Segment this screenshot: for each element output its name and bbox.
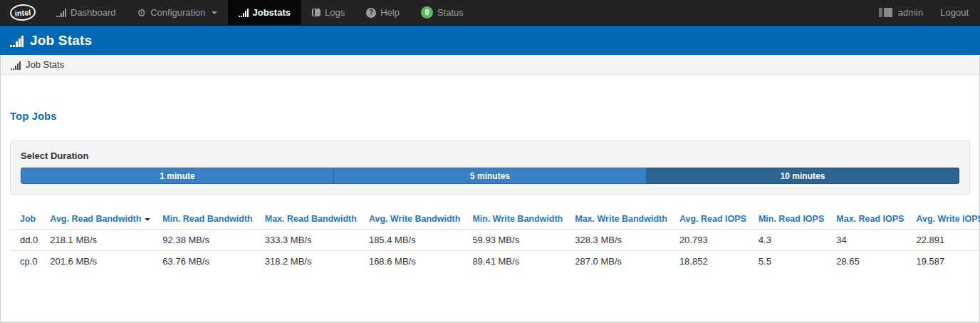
table-cell: 22.891 [916, 230, 980, 251]
user-icon [879, 8, 892, 17]
duration-button-10-minutes[interactable]: 10 minutes [647, 168, 959, 184]
column-header-avg-write-iops[interactable]: Avg. Write IOPS [916, 209, 980, 230]
top-jobs-table: JobAvg. Read BandwidthMin. Read Bandwidt… [10, 209, 980, 272]
table-head: JobAvg. Read BandwidthMin. Read Bandwidt… [10, 209, 980, 230]
table-cell: 318.2 MB/s [265, 251, 369, 272]
job-name-cell: dd.0 [10, 230, 50, 251]
table-row: cp.0201.6 MB/s63.76 MB/s318.2 MB/s168.6 … [10, 251, 980, 272]
duration-button-5-minutes[interactable]: 5 minutes [334, 168, 647, 184]
nav-item-label: Configuration [150, 7, 205, 18]
navbar-right: admin Logout [869, 0, 980, 25]
username: admin [898, 7, 923, 18]
bar-chart-icon [56, 9, 66, 17]
table-cell: 185.4 MB/s [369, 230, 472, 251]
page-title: Job Stats [30, 33, 92, 48]
section-title: Top Jobs [10, 110, 970, 122]
sort-desc-caret-icon [145, 218, 150, 221]
table-header-row: JobAvg. Read BandwidthMin. Read Bandwidt… [10, 209, 980, 230]
column-header-avg-read-iops[interactable]: Avg. Read IOPS [679, 209, 759, 230]
table-cell: 20.793 [679, 230, 759, 251]
table-cell: 5.5 [759, 251, 836, 272]
chevron-down-icon [212, 11, 217, 14]
top-navbar: intel Dashboard ⚙ Configuration Jobstats… [0, 0, 980, 26]
nav-item-label: Dashboard [71, 7, 116, 18]
table-cell: 92.38 MB/s [162, 230, 264, 251]
intel-logo-text: intel [9, 4, 36, 21]
navbar-left: intel Dashboard ⚙ Configuration Jobstats… [0, 0, 474, 25]
table-body: dd.0218.1 MB/s92.38 MB/s333.3 MB/s185.4 … [10, 230, 980, 272]
column-header-min-read-iops[interactable]: Min. Read IOPS [759, 209, 836, 230]
column-header-job[interactable]: Job [10, 209, 50, 230]
bar-chart-icon [10, 36, 24, 47]
nav-item-status[interactable]: 0 Status [410, 0, 474, 25]
column-header-min-read-bandwidth[interactable]: Min. Read Bandwidth [162, 209, 264, 230]
table-cell: 328.3 MB/s [575, 230, 679, 251]
table-cell: 18.852 [679, 251, 759, 272]
table-cell: 19.587 [916, 251, 980, 272]
main-content: Top Jobs Select Duration 1 minute 5 minu… [1, 110, 979, 272]
column-header-avg-write-bandwidth[interactable]: Avg. Write Bandwidth [369, 209, 472, 230]
duration-panel-label: Select Duration [21, 150, 959, 161]
bar-chart-icon [239, 9, 249, 17]
duration-panel: Select Duration 1 minute 5 minutes 10 mi… [10, 140, 970, 195]
column-header-max-write-bandwidth[interactable]: Max. Write Bandwidth [575, 209, 679, 230]
nav-item-label: Jobstats [253, 7, 291, 18]
nav-item-configuration[interactable]: ⚙ Configuration [127, 0, 228, 25]
gear-icon: ⚙ [137, 8, 147, 18]
table-row: dd.0218.1 MB/s92.38 MB/s333.3 MB/s185.4 … [10, 230, 980, 251]
nav-item-jobstats[interactable]: Jobstats [228, 0, 301, 25]
nav-item-label: Logs [325, 7, 345, 18]
breadcrumb: Job Stats [1, 55, 979, 75]
table-cell: 201.6 MB/s [50, 251, 162, 272]
table-cell: 28.65 [836, 251, 916, 272]
table-cell: 59.93 MB/s [472, 230, 575, 251]
duration-button-1-minute[interactable]: 1 minute [21, 168, 334, 184]
page-header: Job Stats [0, 26, 980, 55]
user-menu[interactable]: admin [869, 0, 933, 25]
table-cell: 4.3 [759, 230, 836, 251]
column-header-avg-read-bandwidth[interactable]: Avg. Read Bandwidth [50, 209, 162, 230]
table-cell: 333.3 MB/s [265, 230, 369, 251]
duration-button-group: 1 minute 5 minutes 10 minutes [21, 168, 959, 184]
nav-item-logs[interactable]: Logs [301, 0, 355, 25]
column-header-max-read-iops[interactable]: Max. Read IOPS [836, 209, 916, 230]
nav-item-label: Status [437, 7, 464, 18]
table-cell: 34 [836, 230, 916, 251]
status-badge: 0 [421, 6, 433, 19]
table-cell: 63.76 MB/s [162, 251, 264, 272]
nav-item-dashboard[interactable]: Dashboard [46, 0, 127, 25]
column-header-max-read-bandwidth[interactable]: Max. Read Bandwidth [265, 209, 369, 230]
table-cell: 218.1 MB/s [50, 230, 162, 251]
intel-logo[interactable]: intel [0, 0, 46, 25]
column-header-min-write-bandwidth[interactable]: Min. Write Bandwidth [472, 209, 575, 230]
logout-button[interactable]: Logout [933, 0, 980, 25]
nav-item-help[interactable]: ? Help [355, 0, 410, 25]
bar-chart-icon [11, 61, 21, 70]
nav-item-label: Help [380, 7, 400, 18]
breadcrumb-item[interactable]: Job Stats [26, 59, 64, 70]
help-icon: ? [366, 8, 376, 18]
table-cell: 168.6 MB/s [369, 251, 472, 272]
page-body: Job Stats Top Jobs Select Duration 1 min… [0, 55, 980, 323]
table-cell: 89.41 MB/s [472, 251, 575, 272]
job-name-cell: cp.0 [10, 251, 50, 272]
book-icon [312, 9, 320, 16]
table-cell: 287.0 MB/s [575, 251, 679, 272]
